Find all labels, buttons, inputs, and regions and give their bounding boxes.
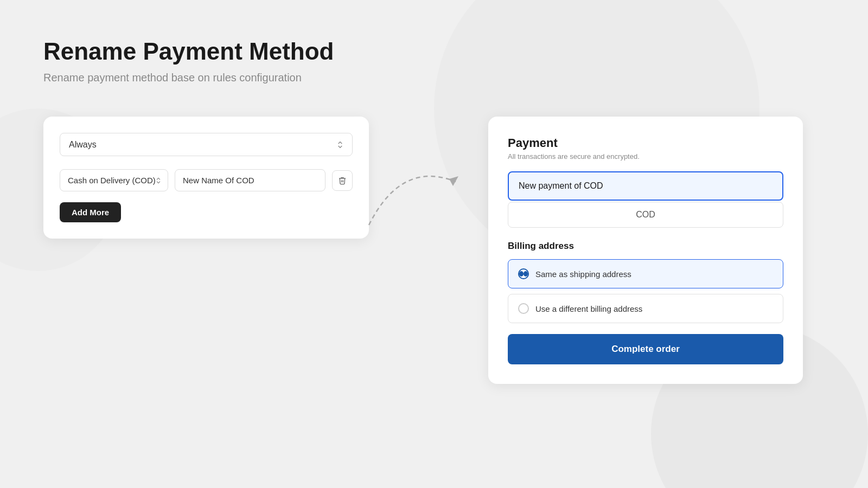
condition-select[interactable]: Always Sometimes Never bbox=[60, 133, 353, 156]
billing-different-label: Use a different billing address bbox=[535, 304, 642, 313]
other-payment-option[interactable]: COD bbox=[508, 202, 783, 228]
page-title: Rename Payment Method bbox=[43, 38, 825, 65]
complete-order-button[interactable]: Complete order bbox=[508, 334, 783, 364]
radio-different bbox=[518, 303, 529, 314]
billing-option-different[interactable]: Use a different billing address bbox=[508, 294, 783, 323]
billing-option-same[interactable]: Same as shipping address bbox=[508, 259, 783, 288]
add-more-button[interactable]: Add More bbox=[60, 202, 121, 222]
main-layout: Always Sometimes Never Cash on Delivery … bbox=[43, 117, 825, 384]
billing-section-title: Billing address bbox=[508, 241, 783, 252]
delete-button[interactable] bbox=[332, 170, 353, 191]
condition-select-wrapper: Always Sometimes Never bbox=[60, 133, 353, 156]
svg-marker-0 bbox=[449, 176, 458, 186]
page-subtitle: Rename payment method base on rules conf… bbox=[43, 72, 825, 84]
payment-method-select[interactable]: Cash on Delivery (COD) Credit Card Bank … bbox=[60, 169, 168, 191]
radio-same-dot bbox=[519, 271, 524, 277]
secure-text: All transactions are secure and encrypte… bbox=[508, 152, 783, 160]
payment-card-title: Payment bbox=[508, 136, 783, 150]
selected-payment-option[interactable]: New payment of COD bbox=[508, 171, 783, 201]
radio-same bbox=[518, 268, 529, 279]
config-card: Always Sometimes Never Cash on Delivery … bbox=[43, 117, 369, 239]
new-name-input[interactable] bbox=[175, 169, 326, 191]
trash-icon bbox=[338, 176, 347, 185]
arrow-connector bbox=[358, 149, 477, 236]
billing-same-label: Same as shipping address bbox=[535, 269, 631, 279]
mapping-row: Cash on Delivery (COD) Credit Card Bank … bbox=[60, 169, 353, 191]
payment-card: Payment All transactions are secure and … bbox=[488, 117, 803, 384]
